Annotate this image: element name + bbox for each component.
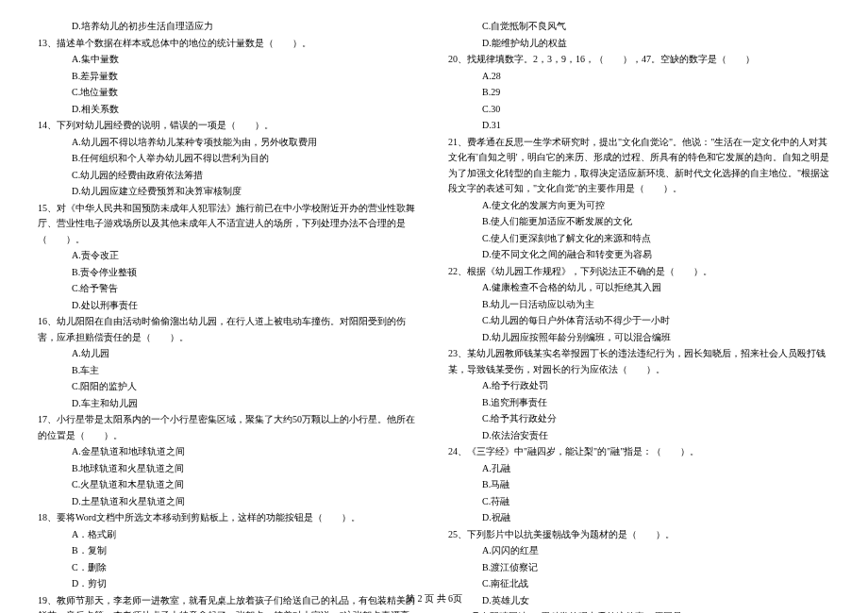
option-text: B.差异量数 (38, 69, 420, 85)
option-text: B.责令停业整顿 (38, 265, 420, 281)
option-text: A.健康检查不合格的幼儿，可以拒绝其入园 (448, 280, 830, 296)
option-text: D.相关系数 (38, 102, 420, 118)
option-text: D.能维护幼儿的权益 (448, 36, 830, 52)
option-text: D.依法治安责任 (448, 428, 830, 444)
question-text: 21、费孝通在反思一生学术研究时，提出"文化自觉论"。他说："生活在一定文化中的… (448, 135, 830, 197)
option-text: D.幼儿园应按照年龄分别编班，可以混合编班 (448, 330, 830, 346)
option-text: B．复制 (38, 543, 420, 559)
option-text: C.30 (448, 102, 830, 118)
option-text: A.幼儿园 (38, 346, 420, 362)
option-text: D．剪切 (38, 576, 420, 592)
question-text: 14、下列对幼儿园经费的说明，错误的一项是（ ）。 (38, 118, 420, 134)
option-text: C.给予其行政处分 (448, 411, 830, 427)
option-text: B.幼儿一日活动应以动为主 (448, 297, 830, 313)
option-text: B.使人们能更加适应不断发展的文化 (448, 214, 830, 230)
option-text: B.任何组织和个人举办幼儿园不得以营利为目的 (38, 151, 420, 167)
option-text: D.培养幼儿的初步生活自理适应力 (38, 19, 420, 35)
option-text: D.土星轨道和火星轨道之间 (38, 494, 420, 510)
option-text: C.苻融 (448, 494, 830, 510)
option-text: A.金星轨道和地球轨道之间 (38, 444, 420, 460)
option-text: A.责令改正 (38, 248, 420, 264)
option-text: C.南征北战 (448, 576, 830, 592)
option-text: D.幼儿园应建立经费预算和决算审核制度 (38, 184, 420, 200)
option-text: C.阳阳的监护人 (38, 379, 420, 395)
question-text: 20、找规律填数字。2，3，9，16，（ ），47。空缺的数字是（ ） (448, 52, 830, 68)
option-text: C.幼儿园的每日户外体育活动不得少于一小时 (448, 313, 830, 329)
option-text: B.地球轨道和火星轨道之间 (38, 461, 420, 477)
option-text: D.31 (448, 118, 830, 134)
option-text: B.马融 (448, 477, 830, 493)
question-text: 17、小行星带是太阳系内的一个小行星密集区域，聚集了大约50万颗以上的小行星。他… (38, 412, 420, 443)
option-text: A.闪闪的红星 (448, 543, 830, 559)
question-text: 26、"月有阴晴圆缺"，用科学的观点看待这件事，原因是（ ）。 (448, 609, 830, 613)
question-text: 24、《三字经》中"融四岁，能让梨"的"融"指是：（ ）。 (448, 444, 830, 460)
option-text: C.自觉抵制不良风气 (448, 19, 830, 35)
option-text: A.孔融 (448, 461, 830, 477)
option-text: B.车主 (38, 363, 420, 379)
option-text: B.渡江侦察记 (448, 560, 830, 576)
question-text: 23、某幼儿园教师钱某实名举报园丁长的违法违纪行为，园长知晓后，招来社会人员殴打… (448, 346, 830, 377)
option-text: C.地位量数 (38, 85, 420, 101)
option-text: C.使人们更深刻地了解文化的来源和特点 (448, 231, 830, 247)
question-text: 22、根据《幼儿园工作规程》，下列说法正不确的是（ ）。 (448, 264, 830, 280)
option-text: C.给予警告 (38, 281, 420, 297)
option-text: A.给予行政处罚 (448, 378, 830, 394)
option-text: C.火星轨道和木星轨道之间 (38, 477, 420, 493)
question-text: 15、对《中华人民共和国预防未成年人犯罪法》施行前已在中小学校附近开办的营业性歌… (38, 201, 420, 248)
option-text: C.幼儿园的经费由政府依法筹措 (38, 168, 420, 184)
option-text: D.祝融 (448, 510, 830, 526)
document-content: D.培养幼儿的初步生活自理适应力13、描述单个数据在样本或总体中的地位的统计量数… (38, 19, 830, 575)
option-text: D.处以刑事责任 (38, 298, 420, 314)
option-text: B.追究刑事责任 (448, 395, 830, 411)
question-text: 25、下列影片中以抗美援朝战争为题材的是（ ）。 (448, 527, 830, 543)
option-text: C．删除 (38, 560, 420, 576)
option-text: A.集中量数 (38, 52, 420, 68)
page-footer: 第 2 页 共 6页 (0, 592, 868, 605)
option-text: D.使不同文化之间的融合和转变更为容易 (448, 247, 830, 263)
question-text: 16、幼儿阳阳在自由活动时偷偷溜出幼儿园，在行人道上被电动车撞伤。对阳阳受到的伤… (38, 314, 420, 345)
option-text: B.29 (448, 85, 830, 101)
question-text: 13、描述单个数据在样本或总体中的地位的统计量数是（ ）。 (38, 36, 420, 52)
option-text: A.使文化的发展方向更为可控 (448, 198, 830, 214)
left-column: D.培养幼儿的初步生活自理适应力13、描述单个数据在样本或总体中的地位的统计量数… (38, 19, 420, 575)
option-text: D.车主和幼儿园 (38, 396, 420, 412)
option-text: A.幼儿园不得以培养幼儿某种专项技能为由，另外收取费用 (38, 135, 420, 151)
question-text: 18、要将Word文档中所选文本移动到剪贴板上，这样的功能按钮是（ ）。 (38, 510, 420, 526)
option-text: A.28 (448, 69, 830, 85)
option-text: A．格式刷 (38, 527, 420, 543)
right-column: C.自觉抵制不良风气D.能维护幼儿的权益20、找规律填数字。2，3，9，16，（… (448, 19, 830, 575)
